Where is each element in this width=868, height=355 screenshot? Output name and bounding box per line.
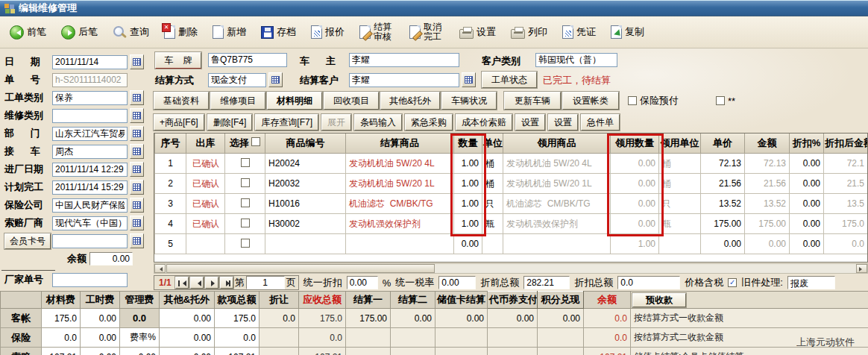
cell-discount[interactable]: 0.00 [790, 174, 824, 194]
delete-row-button[interactable]: 删除[F4] [207, 114, 253, 131]
cell-unit[interactable]: 桶 [482, 154, 503, 174]
entry-date-lookup-button[interactable] [130, 162, 144, 177]
sum-stored-card[interactable] [435, 328, 488, 348]
repair-type-field[interactable] [52, 109, 128, 123]
new-button[interactable]: 新增 [210, 24, 248, 40]
sum-stored-card[interactable] [435, 348, 488, 355]
cell-settle-product[interactable]: 发动机机油 5W/20 4L [346, 154, 454, 174]
work-order-status-button[interactable]: 工单状态 [482, 72, 537, 88]
sum-points[interactable] [538, 328, 584, 348]
uniform-discount-field[interactable]: 0.00 [347, 276, 378, 289]
cancel-complete-button[interactable]: 取消完工 [407, 21, 447, 43]
sum-material[interactable]: 0.0 [42, 328, 81, 348]
set-account-type-button[interactable]: 设置帐类 [562, 92, 619, 110]
settings-2-button[interactable]: 设置 [548, 114, 578, 131]
sum-management[interactable]: 0.00 [120, 348, 160, 355]
receiver-lookup-button[interactable] [130, 144, 144, 159]
sum-coupon[interactable] [488, 328, 538, 348]
detail-table-row[interactable]: 3 已确认 H10016 机油滤芯 CM/BK/TG 1.00 只 机油滤芯 C… [155, 194, 868, 214]
cell-qty[interactable]: 1.00 [454, 214, 482, 234]
scroll-right-arrow-icon[interactable] [856, 264, 867, 273]
sum-material[interactable]: 107.21 [42, 348, 81, 355]
date-lookup-button[interactable] [130, 54, 144, 69]
sum-points[interactable] [538, 348, 584, 355]
prepayment-button[interactable]: 预收款 [632, 293, 686, 307]
sum-management[interactable]: 0.0 [120, 309, 160, 328]
sum-points[interactable]: 0.00 [538, 309, 584, 328]
sum-labor[interactable]: 0.00 [81, 309, 120, 328]
row-select-checkbox[interactable] [241, 239, 250, 248]
cell-discount[interactable]: 0.00 [790, 194, 824, 214]
row-select-checkbox[interactable] [241, 198, 250, 207]
save-button[interactable]: 存档 [259, 24, 298, 40]
sum-discount[interactable]: 0.0 [260, 309, 299, 328]
cell-unit-price[interactable]: 72.13 [701, 154, 745, 174]
claim-vendor-field[interactable] [52, 216, 128, 230]
settings-1-button[interactable]: 设置 [515, 114, 545, 131]
member-card-button[interactable]: 会员卡号 [4, 233, 51, 249]
quote-button[interactable]: 报价 [309, 24, 347, 40]
sum-coupon[interactable] [488, 348, 538, 355]
horizontal-scrollbar[interactable] [154, 263, 868, 274]
price-tax-included-checkbox[interactable]: ✓ [728, 278, 737, 287]
tab-other-outsourced[interactable]: 其他&托外 [380, 92, 440, 110]
cell-product-code[interactable]: H30002 [265, 214, 346, 234]
update-vehicle-button[interactable]: 更新车辆 [504, 92, 561, 110]
receiver-field[interactable] [52, 145, 128, 159]
scrollbar-thumb[interactable] [166, 264, 435, 273]
work-order-type-field[interactable] [52, 91, 128, 105]
sum-management[interactable]: 费率% [120, 328, 160, 348]
cell-unit-price[interactable]: 175.00 [701, 214, 745, 234]
department-lookup-button[interactable] [130, 126, 144, 141]
settle-method-lookup-button[interactable] [268, 72, 283, 87]
cell-product-code[interactable]: H10016 [265, 194, 346, 214]
row-select-checkbox[interactable] [241, 219, 250, 227]
plate-button[interactable]: 车 牌 [155, 52, 201, 69]
uniform-tax-field[interactable]: 0.00 [438, 276, 476, 289]
coupon-pay-button[interactable]: 代币券支付 [488, 292, 538, 309]
cell-qty[interactable]: 0.00 [454, 234, 482, 254]
copy-button[interactable]: 复制 [608, 24, 647, 40]
voucher-button[interactable]: 凭证 [560, 24, 598, 40]
next-page-button[interactable] [205, 277, 218, 289]
date-field[interactable] [52, 55, 128, 69]
search-button[interactable]: 查询 [110, 24, 151, 41]
tab-vehicle-condition[interactable]: 车辆状况 [441, 92, 497, 110]
factory-order-field[interactable] [52, 273, 128, 287]
stock-query-button[interactable]: 库存查询[F7] [255, 114, 318, 131]
cell-settle-product[interactable]: 发动机机油 5W/20 1L [346, 174, 454, 194]
settle-customer-lookup-button[interactable] [462, 72, 476, 87]
settings-button[interactable]: 设置 [457, 24, 498, 40]
cell-product-code[interactable] [265, 234, 346, 254]
tab-recycle-items[interactable]: 回收项目 [324, 92, 379, 110]
urgent-purchase-button[interactable]: 紧急采购 [405, 114, 453, 131]
sum-other[interactable]: 0.00 [160, 309, 215, 328]
cell-unit-price[interactable]: 21.56 [701, 174, 745, 194]
cell-product-code[interactable]: H20032 [265, 174, 346, 194]
scroll-left-arrow-icon[interactable] [154, 264, 166, 273]
cell-settle-product[interactable]: 机油滤芯 CM/BK/TG [346, 194, 454, 214]
settle-audit-button[interactable]: 结算审核 [357, 21, 397, 43]
cell-unit[interactable]: 只 [482, 194, 503, 214]
department-field[interactable] [52, 127, 128, 141]
old-parts-field[interactable]: 报废 [787, 276, 835, 289]
planned-finish-lookup-button[interactable] [130, 180, 144, 195]
member-card-lookup-button[interactable] [130, 233, 144, 248]
last-page-button[interactable] [220, 277, 233, 289]
sum-stored-card[interactable]: 0.00 [435, 309, 488, 328]
cell-settle-product[interactable]: 发动机强效保护剂 [346, 214, 454, 234]
sum-settle1[interactable] [346, 348, 391, 355]
print-button[interactable]: 列印 [509, 24, 550, 40]
prev-page-button[interactable] [190, 277, 204, 289]
row-select-checkbox[interactable] [241, 158, 250, 167]
prev-record-button[interactable]: 前笔 [7, 24, 48, 41]
settle-customer-field[interactable] [349, 73, 459, 87]
sum-other[interactable]: 0.00 [160, 328, 215, 348]
settle-method-field[interactable] [208, 73, 266, 87]
next-record-button[interactable]: 后笔 [59, 24, 100, 41]
cell-unit-price[interactable]: 13.52 [701, 194, 745, 214]
points-redeem-button[interactable]: 积分兑现 [538, 292, 584, 309]
rush-order-button[interactable]: 急件单 [581, 114, 620, 131]
claim-vendor-lookup-button[interactable] [130, 216, 144, 230]
cell-discount[interactable]: 0.00 [790, 214, 824, 234]
